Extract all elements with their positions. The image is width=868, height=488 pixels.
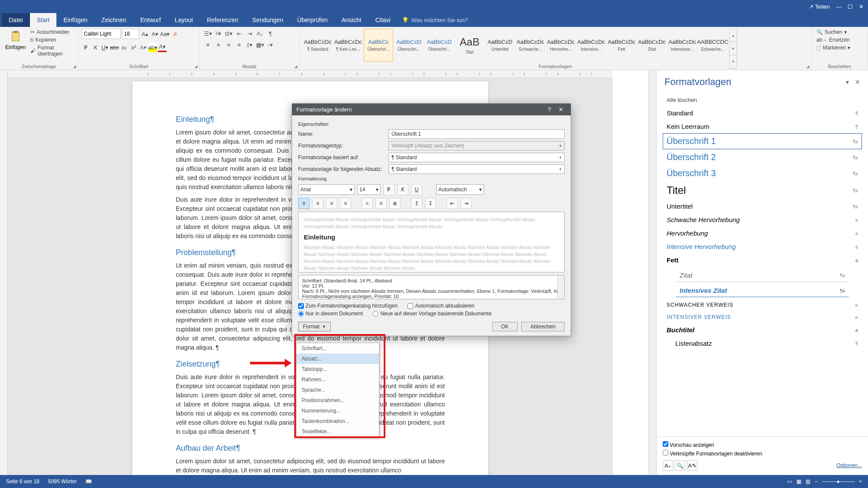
linked-styles-checkbox[interactable]: Verknüpfte Formatvorlagen deaktivieren [663,450,862,457]
description-scrollbar[interactable] [557,275,564,299]
tab-insert[interactable]: Einfügen [56,13,94,27]
style-name-input[interactable]: Überschrift 1 [388,129,565,139]
format-menu-item[interactable]: Schriftart... [296,343,379,354]
style-gallery-item[interactable]: AaBbCcDUntertitel [485,29,515,62]
print-layout-button[interactable]: ▦ [796,478,801,485]
auto-update-checkbox[interactable]: Automatisch aktualisieren [408,303,474,309]
style-list-item[interactable]: Intensive Hervorhebunga [663,240,862,253]
replace-button[interactable]: ab→ Ersetzen [815,36,852,43]
dialog-close-button[interactable]: ✕ [555,106,566,113]
bullets-button[interactable]: ☰▾ [203,29,213,38]
format-menu-item[interactable]: Nummerierung... [296,406,379,416]
add-to-catalog-checkbox[interactable]: Zum Formatvorlagenkatalog hinzufügen [298,303,398,309]
dialog-color-select[interactable]: Automatisch▾ [436,184,484,195]
style-list-item[interactable]: Überschrift 1¶a [663,133,862,149]
align-left-button[interactable]: ≡ [203,40,213,49]
vertical-ruler[interactable] [0,70,8,475]
style-gallery-item[interactable]: AaBbCcDcIntensive... [576,29,606,62]
paste-button[interactable]: Einfügen [3,29,27,69]
superscript-button[interactable]: x² [129,43,138,52]
dialog-underline-button[interactable]: U [411,184,422,195]
tab-citavi[interactable]: Citavi [368,13,398,27]
only-this-doc-radio[interactable]: Nur in diesem Dokument [298,311,363,317]
strike-button[interactable]: abc [110,43,119,52]
style-list-item[interactable]: Intensives Zitat¶a [676,284,849,297]
dialog-spacing-2[interactable]: ≣ [389,198,401,209]
style-list-item[interactable]: Fetta [663,253,862,267]
paragraph-launcher[interactable]: ◢ [294,64,297,69]
read-mode-button[interactable]: ▭ [787,478,792,485]
change-case-button[interactable]: Aa▾ [161,29,169,39]
pane-close-icon[interactable]: ✕ [855,79,860,85]
tab-draw[interactable]: Zeichnen [95,13,134,27]
find-button[interactable]: 🔍 Suchen ▾ [815,29,852,36]
dialog-indent-inc[interactable]: ⇥ [460,198,472,209]
style-gallery-item[interactable]: AaBbCcDc¶ Standard [303,29,332,62]
zoom-out-button[interactable]: − [815,478,818,485]
highlight-button[interactable]: ab▾ [148,43,157,52]
grow-font-button[interactable]: A▴ [141,29,149,39]
decrease-indent-button[interactable]: ⇤ [234,29,244,38]
align-right-button[interactable]: ≡ [224,40,233,49]
styles-launcher[interactable]: ◢ [806,64,809,69]
cut-button[interactable]: ✂ Ausschneiden [29,29,74,36]
style-gallery-item[interactable]: AaBTitel [455,29,484,62]
body-text[interactable]: Lorem ipsum dolor sit amet, consectetur … [176,457,445,475]
style-gallery-item[interactable]: AaBbCcDcFett [607,29,636,62]
multilevel-button[interactable]: ⊟▾ [224,29,233,38]
style-gallery-item[interactable]: AaBbCcDc¶ Kein Lee... [333,29,363,62]
share-button[interactable]: ↗ Teilen [809,3,830,10]
zoom-in-button[interactable]: + [859,478,862,485]
style-list-item[interactable]: Überschrift 3¶a [663,165,862,181]
maximize-button[interactable]: ☐ [848,3,853,10]
shrink-font-button[interactable]: A▾ [151,29,159,39]
style-list-item[interactable]: Buchtitela [663,323,862,337]
dialog-spacing-1[interactable]: = [362,198,373,209]
font-color-button[interactable]: A▾ [158,43,167,52]
style-list-item[interactable]: INTENSIVER VERWEISa [663,311,862,323]
dialog-align-left[interactable]: ≡ [298,198,309,209]
styles-gallery[interactable]: AaBbCcDc¶ StandardAaBbCcDc¶ Kein Lee...A… [303,29,727,62]
style-gallery-item[interactable]: AaBbCcÜberschri... [364,29,393,62]
dialog-spacing-15[interactable]: ≡ [375,198,387,209]
increase-indent-button[interactable]: ⇥ [245,29,254,38]
format-menu-item[interactable]: Positionsrahmen... [296,395,379,406]
dialog-align-right[interactable]: ≡ [326,198,337,209]
format-menu-item[interactable]: Sprache... [296,385,379,395]
preview-checkbox[interactable]: Vorschau anzeigen [663,441,862,448]
cancel-button[interactable]: Abbrechen [521,322,565,331]
styles-gallery-more[interactable]: ▴▾▾ [729,29,737,69]
style-gallery-item[interactable]: AaBbCcDÜberschri... [424,29,454,62]
select-button[interactable]: ⬚ Markieren ▾ [815,44,852,51]
style-list-item[interactable]: Kein Leerraum¶ [663,120,862,133]
font-size-select[interactable] [122,29,139,39]
sort-button[interactable]: A↓ [255,29,265,38]
style-list-item[interactable]: Schwache Hervorhebunga [663,213,862,226]
justify-button[interactable]: ≡ [234,40,244,49]
web-layout-button[interactable]: ▥ [806,478,810,485]
vertical-scrollbar[interactable] [648,70,656,475]
dialog-align-center[interactable]: ≡ [312,198,323,209]
dialog-italic-button[interactable]: K [397,184,408,195]
word-count[interactable]: 5095 Wörter [48,478,77,485]
pane-dropdown-icon[interactable]: ▾ [846,79,849,85]
format-menu-item[interactable]: Tastenkombination... [296,416,379,426]
manage-styles-button[interactable]: A✎ [687,460,697,471]
style-list-item[interactable]: Titel¶a [663,181,862,200]
format-menu-item[interactable]: Texteffekte... [296,426,379,437]
tab-mailings[interactable]: Sendungen [245,13,290,27]
tell-me-search[interactable]: 💡 Was möchten Sie tun? [402,13,468,27]
style-list-item[interactable]: Zitat¶a [676,269,849,282]
heading-aufbau[interactable]: Aufbau der Arbeit¶ [176,442,445,454]
font-name-select[interactable] [82,29,121,39]
shading-button[interactable]: ▦▾ [255,40,265,49]
underline-button[interactable]: U▾ [101,43,109,52]
page-indicator[interactable]: Seite 6 von 18 [6,478,39,485]
new-style-button[interactable]: A₊ [663,460,673,471]
dialog-size-select[interactable]: 14▾ [357,184,381,195]
italic-button[interactable]: K [91,43,100,52]
styles-options-link[interactable]: Optionen... [836,462,862,468]
minimize-button[interactable]: — [836,3,842,10]
style-gallery-item[interactable]: AaBbCcDcIntensives... [667,29,697,62]
tab-design[interactable]: Entwurf [133,13,168,27]
